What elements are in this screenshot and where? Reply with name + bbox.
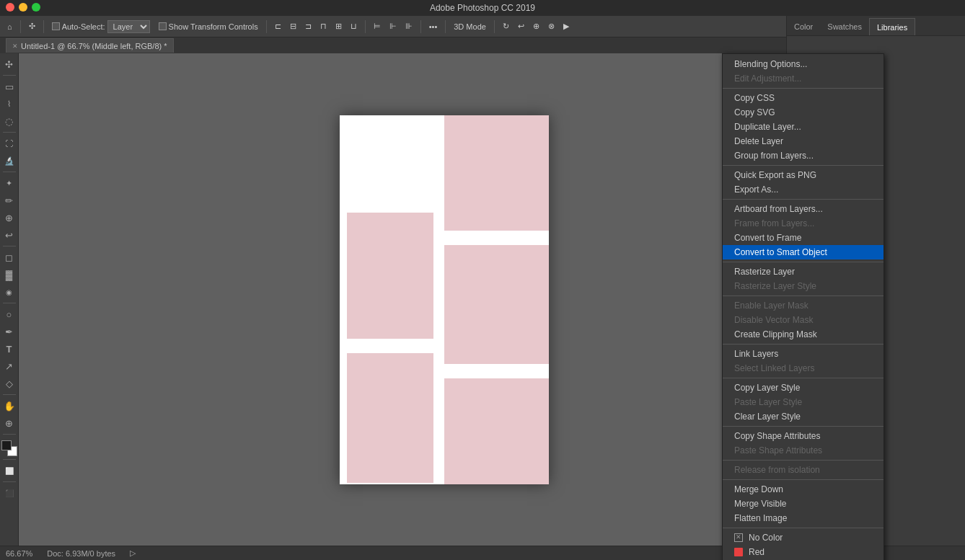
spot-healing-tool[interactable]: ✦ xyxy=(1,175,17,191)
menu-item-convert-to-smart-object[interactable]: Convert to Smart Object xyxy=(723,245,884,259)
pen-tool[interactable]: ✒ xyxy=(1,324,17,339)
document-tab[interactable]: ✕ Untitled-1 @ 66.7% (Middle left, RGB/8… xyxy=(6,38,174,53)
hand-tool[interactable]: ✋ xyxy=(1,398,17,414)
align-top-button[interactable]: ⊓ xyxy=(317,22,330,31)
tab-libraries-label: Libraries xyxy=(877,23,907,32)
crop-tool[interactable]: ⛶ xyxy=(1,135,17,151)
menu-item-link-layers[interactable]: Link Layers xyxy=(723,347,884,361)
menu-divider-2 xyxy=(723,165,884,166)
menu-item-no-color[interactable]: No Color xyxy=(723,530,884,545)
menu-item-duplicate-layer[interactable]: Duplicate Layer... xyxy=(723,120,884,134)
menu-item-disable-vector-mask: Disable Vector Mask xyxy=(723,313,884,327)
quick-mask-button[interactable]: ⬜ xyxy=(1,463,17,479)
screen-mode-button[interactable]: ⬛ xyxy=(1,485,17,501)
undo-button[interactable]: ↩ xyxy=(515,22,527,31)
menu-divider-4 xyxy=(723,262,884,262)
gradient-tool[interactable]: ▓ xyxy=(1,267,17,283)
menu-item-quick-export[interactable]: Quick Export as PNG xyxy=(723,168,884,182)
menu-item-color-red[interactable]: Red xyxy=(723,545,884,559)
foreground-color[interactable] xyxy=(1,440,12,450)
show-transform-label: Show Transform Controls xyxy=(169,22,258,31)
align-center-v-button[interactable]: ⊞ xyxy=(332,22,345,31)
menu-item-copy-layer-style[interactable]: Copy Layer Style xyxy=(723,381,884,395)
minimize-button[interactable] xyxy=(19,3,27,12)
menu-item-frame-from-layers: Frame from Layers... xyxy=(723,216,884,231)
path-selection-tool[interactable]: ↗ xyxy=(1,358,17,374)
home-button[interactable]: ⌂ xyxy=(4,22,15,31)
quick-selection-tool[interactable]: ◌ xyxy=(1,113,17,129)
align-bottom-button[interactable]: ⊔ xyxy=(348,22,360,31)
lasso-tool[interactable]: ⌇ xyxy=(1,96,17,112)
menu-item-copy-css[interactable]: Copy CSS xyxy=(723,91,884,105)
rotate-button[interactable]: ↻ xyxy=(500,22,512,31)
menu-item-delete-layer[interactable]: Delete Layer xyxy=(723,134,884,148)
show-transform-checkbox-group: Show Transform Controls xyxy=(156,22,261,31)
menu-item-merge-down[interactable]: Merge Down xyxy=(723,482,884,497)
menu-item-export-as[interactable]: Export As... xyxy=(723,182,884,197)
history-brush-tool[interactable]: ↩ xyxy=(1,227,17,243)
move-tool[interactable]: ✣ xyxy=(1,56,17,72)
menu-divider-6 xyxy=(723,344,884,345)
canvas-block-1 xyxy=(444,115,549,231)
marquee-tool[interactable]: ▭ xyxy=(1,79,17,94)
align-left-button[interactable]: ⊏ xyxy=(272,22,284,31)
show-transform-checkbox[interactable] xyxy=(159,22,167,30)
align-right-button[interactable]: ⊐ xyxy=(302,22,314,31)
menu-item-copy-svg[interactable]: Copy SVG xyxy=(723,105,884,120)
menu-divider-5 xyxy=(723,295,884,296)
clone-stamp-tool[interactable]: ⊕ xyxy=(1,210,17,226)
menu-item-create-clipping-mask[interactable]: Create Clipping Mask xyxy=(723,327,884,342)
tab-color[interactable]: Color xyxy=(787,18,820,35)
no-color-label: No Color xyxy=(749,533,783,543)
menu-item-group-from-layers[interactable]: Group from Layers... xyxy=(723,148,884,163)
close-tab-button[interactable]: ✕ xyxy=(12,43,18,50)
menu-item-blending-options[interactable]: Blending Options... xyxy=(723,57,884,71)
window-controls[interactable] xyxy=(6,3,40,12)
more-options-button[interactable]: ••• xyxy=(426,22,441,31)
canvas-block-5 xyxy=(444,378,549,484)
menu-item-convert-to-frame[interactable]: Convert to Frame xyxy=(723,231,884,245)
auto-select-checkbox-group: Auto-Select: Layer Group xyxy=(49,20,153,33)
move-tool-options[interactable]: ✣ xyxy=(26,22,38,31)
menu-item-clear-layer-style[interactable]: Clear Layer Style xyxy=(723,409,884,424)
layer-dropdown[interactable]: Layer Group xyxy=(107,20,150,33)
action1-button[interactable]: ⊕ xyxy=(530,22,542,31)
menu-divider-8 xyxy=(723,426,884,427)
blur-tool[interactable]: ◉ xyxy=(1,284,17,300)
action3-button[interactable]: ▶ xyxy=(560,22,572,31)
close-button[interactable] xyxy=(6,3,14,12)
zoom-level: 66.67% xyxy=(6,549,32,558)
shape-tool[interactable]: ◇ xyxy=(1,375,17,391)
maximize-button[interactable] xyxy=(32,3,40,12)
eyedropper-tool[interactable]: 🔬 xyxy=(1,153,17,169)
menu-item-flatten-image[interactable]: Flatten Image xyxy=(723,511,884,525)
panel-tabs: Color Swatches Libraries xyxy=(787,16,965,36)
canvas-block-3 xyxy=(444,245,549,364)
app-title: Adobe Photoshop CC 2019 xyxy=(430,3,535,13)
color-swatches[interactable] xyxy=(1,440,17,456)
menu-item-artboard-from-layers[interactable]: Artboard from Layers... xyxy=(723,202,884,216)
tab-color-label: Color xyxy=(794,22,813,31)
3d-mode-label: 3D Mode xyxy=(454,22,486,31)
auto-select-checkbox[interactable] xyxy=(52,22,60,30)
menu-item-merge-visible[interactable]: Merge Visible xyxy=(723,497,884,511)
distribute-center-h-button[interactable]: ⊩ xyxy=(387,22,400,31)
3d-mode-button[interactable]: 3D Mode xyxy=(451,22,489,31)
brush-tool[interactable]: ✏ xyxy=(1,192,17,208)
tab-libraries[interactable]: Libraries xyxy=(869,18,915,35)
dodge-tool[interactable]: ○ xyxy=(1,306,17,322)
text-tool[interactable]: T xyxy=(1,341,17,357)
distribute-right-button[interactable]: ⊪ xyxy=(402,22,415,31)
menu-item-release-from-isolation: Release from isolation xyxy=(723,463,884,477)
menu-divider-1 xyxy=(723,88,884,89)
align-center-h-button[interactable]: ⊟ xyxy=(287,22,299,31)
eraser-tool[interactable]: ◻ xyxy=(1,249,17,265)
action2-button[interactable]: ⊗ xyxy=(545,22,558,31)
distribute-left-button[interactable]: ⊨ xyxy=(371,22,384,31)
move-arrows-icon: ✣ xyxy=(29,22,35,31)
tab-swatches[interactable]: Swatches xyxy=(820,18,869,35)
zoom-tool[interactable]: ⊕ xyxy=(1,415,17,431)
menu-item-copy-shape-attributes[interactable]: Copy Shape Attributes xyxy=(723,429,884,443)
menu-item-rasterize-layer[interactable]: Rasterize Layer xyxy=(723,265,884,279)
menu-divider-3 xyxy=(723,199,884,200)
